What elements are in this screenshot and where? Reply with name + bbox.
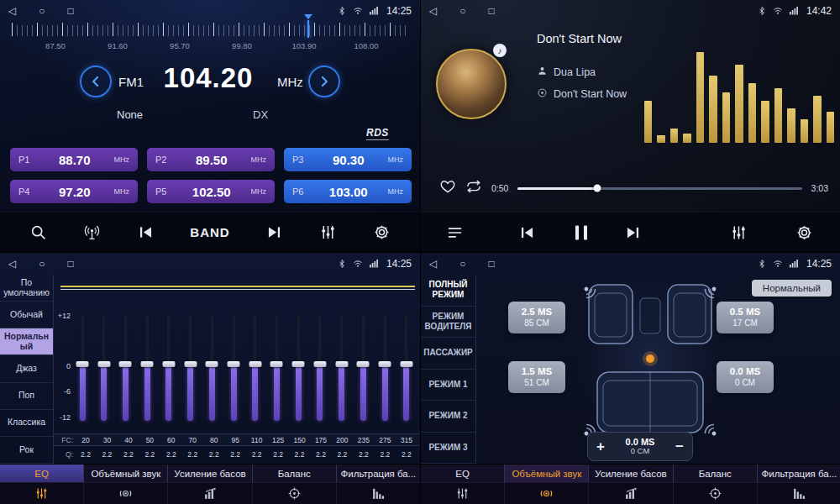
eq-band-slider[interactable]: [313, 313, 327, 421]
eq-slider-track[interactable]: [209, 313, 215, 421]
eq-slider-handle[interactable]: [270, 361, 283, 367]
tab-bass-boost[interactable]: Усиление басов: [589, 465, 673, 482]
settings-button[interactable]: [373, 223, 391, 241]
eq-band-slider[interactable]: [356, 313, 370, 421]
progress-bar[interactable]: [517, 187, 801, 190]
mode-3[interactable]: РЕЖИМ 3: [421, 433, 475, 465]
eq-band-slider[interactable]: [270, 313, 283, 421]
eq-band-slider[interactable]: [162, 313, 176, 421]
delay-rear-left[interactable]: 1.5 MS 51 CM: [508, 361, 565, 393]
tab-balance[interactable]: Баланс: [674, 465, 758, 482]
balance-tab-icon[interactable]: [674, 483, 758, 504]
tab-eq[interactable]: EQ: [0, 465, 84, 482]
eq-slider-handle[interactable]: [379, 361, 391, 367]
mode-full[interactable]: ПОЛНЫЙ РЕЖИМ: [421, 275, 475, 307]
recents-icon[interactable]: □: [488, 6, 494, 16]
preset-button-6[interactable]: P6 103.00 MHz: [284, 180, 412, 203]
tab-eq[interactable]: EQ: [421, 465, 505, 482]
eq-slider-track[interactable]: [339, 313, 344, 421]
tune-up-button[interactable]: [308, 66, 340, 97]
eq-slider-track[interactable]: [382, 313, 388, 421]
eq-preset-default[interactable]: По умолчанию: [0, 275, 53, 302]
eq-preset-jazz[interactable]: Джаз: [0, 355, 53, 382]
eq-band-slider[interactable]: [76, 313, 89, 421]
eq-band-slider[interactable]: [140, 313, 154, 421]
eq-slider-handle[interactable]: [162, 361, 175, 367]
search-stations-button[interactable]: [29, 223, 47, 241]
next-station-button[interactable]: [265, 223, 283, 241]
eq-slider-track[interactable]: [360, 313, 366, 421]
preset-button-1[interactable]: P1 88.70 MHz: [10, 148, 138, 171]
home-icon[interactable]: ○: [39, 6, 45, 16]
decrease-delay-button[interactable]: −: [675, 439, 684, 454]
home-icon[interactable]: ○: [459, 6, 465, 16]
eq-preset-pop[interactable]: Поп: [0, 383, 53, 410]
surround-tab-icon[interactable]: [84, 483, 168, 504]
mode-2[interactable]: РЕЖИМ 2: [421, 401, 475, 433]
delay-front-right[interactable]: 0.5 MS 17 CM: [717, 302, 774, 333]
eq-slider-track[interactable]: [80, 313, 86, 421]
eq-slider-handle[interactable]: [97, 361, 110, 367]
mode-1[interactable]: РЕЖИМ 1: [421, 370, 475, 402]
previous-track-button[interactable]: [518, 223, 536, 241]
eq-band-slider[interactable]: [97, 313, 111, 421]
eq-slider-track[interactable]: [101, 313, 107, 421]
eq-slider-handle[interactable]: [76, 361, 89, 367]
eq-band-slider[interactable]: [335, 313, 349, 421]
eq-band-slider[interactable]: [378, 313, 391, 421]
preset-button-5[interactable]: P5 102.50 MHz: [147, 180, 275, 203]
progress-knob[interactable]: [594, 185, 601, 192]
eq-slider-handle[interactable]: [184, 361, 197, 367]
eq-slider-track[interactable]: [296, 313, 302, 421]
bass-boost-tab-icon[interactable]: [168, 483, 252, 504]
eq-slider-track[interactable]: [165, 313, 171, 421]
tab-surround-sound[interactable]: Объёмный звук: [505, 465, 589, 482]
eq-slider-handle[interactable]: [313, 361, 326, 367]
back-icon[interactable]: ◁: [8, 259, 16, 269]
eq-preset-classic[interactable]: Классика: [0, 410, 53, 437]
delay-rear-right[interactable]: 0.0 MS 0 CM: [717, 361, 774, 393]
eq-slider-handle[interactable]: [206, 361, 218, 367]
recents-icon[interactable]: □: [67, 6, 73, 16]
back-icon[interactable]: ◁: [8, 6, 16, 16]
equalizer-button[interactable]: [730, 223, 748, 241]
tab-bass-boost[interactable]: Усиление басов: [168, 465, 252, 482]
preset-button-4[interactable]: P4 97.20 MHz: [10, 180, 138, 203]
eq-tab-icon[interactable]: [421, 483, 505, 504]
recents-icon[interactable]: □: [488, 259, 494, 269]
balance-tab-icon[interactable]: [253, 483, 337, 504]
playlist-button[interactable]: [446, 223, 464, 241]
recents-icon[interactable]: □: [67, 259, 73, 269]
eq-tab-icon[interactable]: [0, 483, 84, 504]
eq-slider-handle[interactable]: [335, 361, 348, 367]
eq-slider-track[interactable]: [231, 313, 237, 421]
pause-button[interactable]: [575, 225, 587, 239]
increase-delay-button[interactable]: +: [596, 439, 605, 454]
eq-slider-track[interactable]: [187, 313, 193, 421]
tab-surround-sound[interactable]: Объёмный звук: [84, 465, 168, 482]
back-icon[interactable]: ◁: [429, 259, 437, 269]
eq-band-slider[interactable]: [291, 313, 305, 421]
bass-filter-tab-icon[interactable]: [337, 483, 420, 504]
eq-slider-track[interactable]: [144, 313, 150, 421]
home-icon[interactable]: ○: [39, 259, 45, 269]
tab-bass-filter[interactable]: Фильтрация ба...: [337, 465, 420, 482]
home-icon[interactable]: ○: [459, 259, 465, 269]
eq-slider-track[interactable]: [317, 313, 323, 421]
tab-bass-filter[interactable]: Фильтрация ба...: [758, 465, 840, 482]
mode-passenger[interactable]: ПАССАЖИР: [421, 338, 475, 370]
eq-slider-handle[interactable]: [292, 361, 305, 367]
next-track-button[interactable]: [624, 223, 642, 241]
repeat-button[interactable]: [465, 178, 482, 198]
eq-band-slider[interactable]: [118, 313, 132, 421]
eq-slider-track[interactable]: [403, 313, 409, 421]
bass-filter-tab-icon[interactable]: [758, 483, 840, 504]
eq-preset-custom[interactable]: Обычай: [0, 302, 53, 328]
eq-band-slider[interactable]: [205, 313, 218, 421]
surround-tab-icon[interactable]: [505, 483, 589, 504]
preset-button-2[interactable]: P2 89.50 MHz: [147, 148, 275, 171]
eq-preset-normal[interactable]: Нормальный: [0, 328, 53, 355]
eq-preset-rock[interactable]: Рок: [0, 437, 53, 464]
eq-slider-track[interactable]: [123, 313, 129, 421]
delay-front-left[interactable]: 2.5 MS 85 CM: [508, 302, 565, 333]
